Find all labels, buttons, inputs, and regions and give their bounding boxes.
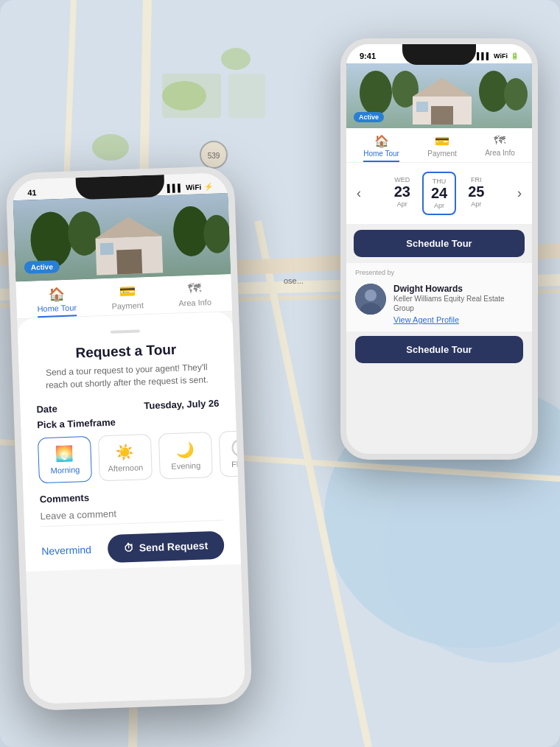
home-icon-right: 🏠: [374, 134, 389, 148]
tab-home-tour-right[interactable]: 🏠 Home Tour: [363, 134, 399, 162]
schedule-tour-btn-1[interactable]: Schedule Tour: [354, 230, 525, 257]
area-icon-left: 🗺: [188, 281, 202, 297]
signal-left: ▌▌▌: [167, 183, 183, 192]
calendar-days: WED 23 Apr THU 24 Apr FRI 25 Apr: [367, 172, 511, 215]
phone-right: 9:41 ▌▌▌ WiFi 🔋: [340, 38, 538, 460]
tab-area-info-left[interactable]: 🗺 Area Info: [178, 281, 211, 313]
send-icon: ⏱: [124, 541, 135, 553]
afternoon-icon: ☀️: [116, 442, 135, 460]
tab-payment-right[interactable]: 💳 Payment: [427, 134, 456, 162]
sheet-handle: [111, 329, 140, 333]
evening-icon: 🌙: [176, 441, 195, 459]
svg-point-20: [221, 48, 251, 70]
battery-left: ⚡: [204, 182, 213, 190]
area-icon-right: 🗺: [494, 134, 505, 147]
option-morning[interactable]: 🌅 Morning: [38, 435, 92, 483]
date-value: Tuesday, July 26: [144, 397, 220, 411]
prev-arrow[interactable]: ‹: [354, 186, 364, 201]
svg-point-19: [162, 81, 206, 111]
property-image-left: Active: [13, 193, 231, 281]
svg-point-27: [504, 78, 528, 111]
agent-info: Dwight Howards Keller Williams Equity Re…: [393, 284, 523, 324]
sheet-title: Request a Tour: [35, 340, 218, 363]
date-row: Date Tuesday, July 26: [36, 397, 219, 415]
svg-rect-31: [416, 102, 428, 112]
svg-point-21: [92, 134, 129, 161]
svg-rect-42: [116, 249, 142, 274]
wifi-right: WiFi: [494, 52, 508, 60]
day-fri[interactable]: FRI 25 Apr: [461, 172, 491, 215]
next-arrow[interactable]: ›: [514, 186, 525, 201]
date-label: Date: [36, 403, 57, 415]
day-wed[interactable]: WED 23 Apr: [387, 172, 418, 215]
svg-rect-9: [228, 74, 265, 118]
svg-point-24: [360, 71, 392, 115]
svg-point-33: [365, 290, 377, 301]
active-badge-right: Active: [354, 112, 384, 122]
signal-right: ▌▌▌: [477, 52, 491, 60]
notch-left: [76, 175, 165, 200]
tab-area-info-right[interactable]: 🗺 Area Info: [485, 134, 515, 162]
time-right: 9:41: [360, 52, 376, 60]
tab-home-tour-left[interactable]: 🏠 Home Tour: [36, 285, 77, 318]
nevermind-button[interactable]: Nevermind: [41, 543, 91, 556]
morning-icon: 🌅: [55, 444, 74, 463]
agent-avatar: [355, 284, 386, 315]
agent-section: Dwight Howards Keller Williams Equity Re…: [346, 279, 532, 332]
sheet-footer: Nevermind ⏱ Send Request: [41, 520, 225, 571]
notch-right: [402, 44, 476, 65]
modal-sheet: Request a Tour Send a tour request to yo…: [17, 312, 241, 572]
schedule-tour-btn-2[interactable]: Schedule Tour: [355, 336, 523, 363]
phone-left: 41 ▌▌▌ WiFi ⚡ Active: [5, 166, 252, 711]
svg-text:539: 539: [208, 152, 220, 160]
time-left: 41: [27, 188, 37, 197]
property-image-right: Active: [346, 63, 532, 128]
agent-company: Keller Williams Equity Real Estate Group: [393, 294, 523, 313]
svg-rect-43: [100, 243, 114, 256]
timeframe-label: Pick a Timeframe: [37, 413, 220, 430]
svg-point-26: [479, 71, 508, 112]
view-agent-profile-link[interactable]: View Agent Profile: [393, 315, 523, 324]
option-afternoon[interactable]: ☀️ Afternoon: [98, 434, 153, 481]
day-thu[interactable]: THU 24 Apr: [422, 172, 456, 215]
home-icon-left: 🏠: [48, 286, 65, 303]
presented-by-label: Presented by: [346, 263, 532, 279]
timeframe-options: 🌅 Morning ☀️ Afternoon 🌙 Evening Flexit: [38, 431, 222, 483]
calendar-section: ‹ WED 23 Apr THU 24 Apr FRI 25 Apr ›: [346, 163, 532, 224]
svg-rect-30: [431, 106, 453, 124]
svg-text:ose...: ose...: [284, 276, 304, 285]
tab-payment-left[interactable]: 💳 Payment: [111, 283, 144, 315]
battery-right: 🔋: [511, 52, 519, 60]
send-request-button[interactable]: ⏱ Send Request: [107, 530, 225, 563]
calendar-nav: ‹ WED 23 Apr THU 24 Apr FRI 25 Apr ›: [354, 172, 525, 215]
payment-icon-left: 💳: [119, 284, 136, 301]
sheet-description: Send a tour request to your agent! They'…: [35, 361, 219, 392]
active-badge-left: Active: [24, 260, 60, 274]
option-evening[interactable]: 🌙 Evening: [158, 432, 213, 479]
wifi-left: WiFi: [186, 183, 201, 192]
tabs-right: 🏠 Home Tour 💳 Payment 🗺 Area Info: [346, 128, 532, 163]
payment-icon-right: 💳: [435, 134, 449, 148]
agent-name: Dwight Howards: [393, 284, 523, 294]
comments-label: Comments: [40, 487, 223, 505]
